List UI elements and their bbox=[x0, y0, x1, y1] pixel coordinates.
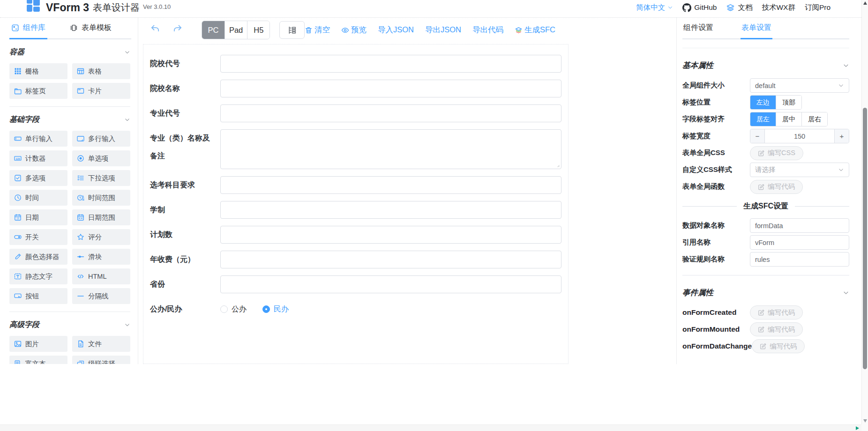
widget-item-下拉选项[interactable]: 下拉选项 bbox=[72, 170, 130, 186]
text-input[interactable] bbox=[220, 104, 561, 122]
device-toggle-H5[interactable]: H5 bbox=[247, 21, 269, 39]
write-code-button[interactable]: 编写代码 bbox=[752, 339, 805, 353]
label-align-option-居左[interactable]: 居左 bbox=[750, 112, 776, 126]
outline-button[interactable] bbox=[279, 21, 305, 39]
settings-tab-组件设置[interactable]: 组件设置 bbox=[682, 18, 714, 39]
radio-option-公办[interactable]: 公办 bbox=[220, 305, 247, 314]
cascader-icon bbox=[77, 360, 84, 364]
redo-button[interactable] bbox=[172, 23, 183, 37]
sidebar-tab-组件库[interactable]: 组件库 bbox=[9, 18, 47, 39]
scroll-up-arrow-icon[interactable] bbox=[863, 1, 867, 5]
text-input[interactable] bbox=[220, 201, 561, 219]
label-align-option-居右[interactable]: 居右 bbox=[801, 112, 827, 126]
select-placeholder: 请选择 bbox=[755, 165, 838, 174]
language-selector[interactable]: 简体中文 bbox=[636, 3, 673, 13]
sfc-text-input[interactable]: rules bbox=[750, 252, 849, 267]
horizontal-scrollbar[interactable] bbox=[0, 424, 861, 431]
device-toggle-Pad[interactable]: Pad bbox=[224, 21, 247, 39]
sfc-text-input[interactable]: formData bbox=[750, 218, 849, 233]
field-control bbox=[220, 201, 561, 219]
write-code-button[interactable]: 编写代码 bbox=[750, 305, 803, 320]
toolbar-action-预览[interactable]: 预览 bbox=[341, 25, 367, 35]
widget-item-多行输入[interactable]: 多行输入 bbox=[72, 131, 130, 147]
scroll-right-arrow-icon[interactable] bbox=[856, 426, 859, 430]
widget-item-级联选择[interactable]: 级联选择 bbox=[72, 356, 130, 364]
toolbar-action-导入JSON[interactable]: 导入JSON bbox=[378, 25, 414, 35]
widget-item-日期范围[interactable]: 日期范围 bbox=[72, 209, 130, 225]
time-range-icon bbox=[77, 194, 84, 201]
label-align-option-居中[interactable]: 居中 bbox=[776, 112, 801, 126]
form-canvas[interactable]: 院校代号院校名称专业代号专业（类）名称及备注选考科目要求学制计划数年收费（元）省… bbox=[143, 44, 569, 364]
header-link-订阅Pro[interactable]: 订阅Pro bbox=[805, 3, 831, 13]
section-header[interactable]: 高级字段 bbox=[9, 320, 130, 330]
text-input[interactable] bbox=[220, 275, 561, 293]
toolbar-action-导出代码[interactable]: 导出代码 bbox=[472, 25, 503, 35]
label-position-option-左边[interactable]: 左边 bbox=[750, 96, 776, 109]
textarea-input[interactable] bbox=[220, 129, 561, 169]
widget-item-卡片[interactable]: 卡片 bbox=[72, 83, 130, 99]
device-toggle-PC[interactable]: PC bbox=[202, 21, 224, 39]
docs-icon bbox=[726, 3, 735, 12]
widget-item-开关[interactable]: 开关 bbox=[9, 229, 67, 245]
radio-label: 民办 bbox=[274, 305, 289, 314]
label-position-group: 左边顶部 bbox=[750, 95, 802, 110]
widget-item-日期[interactable]: 19日期 bbox=[9, 209, 67, 225]
text-input[interactable] bbox=[220, 55, 561, 73]
toolbar-action-清空[interactable]: 清空 bbox=[305, 25, 330, 35]
text-input[interactable] bbox=[220, 80, 561, 97]
widget-item-富文本[interactable]: 富文本 bbox=[9, 356, 67, 364]
custom-class-select[interactable]: 请选择 bbox=[750, 163, 849, 177]
scroll-down-arrow-icon[interactable] bbox=[863, 419, 867, 423]
text-input[interactable] bbox=[220, 251, 561, 268]
setting-label: 标签位置 bbox=[682, 98, 750, 107]
widget-item-表格[interactable]: 表格 bbox=[72, 63, 130, 79]
basic-props-header[interactable]: 基本属性 bbox=[682, 60, 849, 71]
widget-item-文件[interactable]: 文件 bbox=[72, 336, 130, 352]
vertical-scrollbar-thumb[interactable] bbox=[863, 108, 867, 369]
sfc-text-input[interactable]: vForm bbox=[750, 235, 849, 250]
stepper-increase-button[interactable]: + bbox=[834, 129, 849, 143]
section-header[interactable]: 容器 bbox=[9, 47, 130, 57]
widget-item-颜色选择器[interactable]: 颜色选择器 bbox=[9, 249, 67, 265]
setting-row-global-size: 全局组件大小 default bbox=[682, 78, 849, 93]
widget-item-按钮[interactable]: 按钮 bbox=[9, 288, 67, 304]
label-position-option-顶部[interactable]: 顶部 bbox=[776, 96, 801, 109]
widget-item-滑块[interactable]: 滑块 bbox=[72, 249, 130, 265]
widget-section: 容器栅格表格标签页卡片 bbox=[9, 47, 130, 99]
text-input[interactable] bbox=[220, 226, 561, 244]
widget-item-标签页[interactable]: 标签页 bbox=[9, 83, 67, 99]
stepper-decrease-button[interactable]: − bbox=[750, 129, 765, 143]
widget-item-栅格[interactable]: 栅格 bbox=[9, 63, 67, 79]
widget-item-静态文字[interactable]: 静态文字 bbox=[9, 268, 67, 284]
write-code-button[interactable]: 编写代码 bbox=[750, 322, 803, 336]
widget-item-计数器[interactable]: 123计数器 bbox=[9, 150, 67, 166]
widget-item-多选项[interactable]: 多选项 bbox=[9, 170, 67, 186]
widget-item-单选项[interactable]: 单选项 bbox=[72, 150, 130, 166]
event-row-onFormCreated: onFormCreated编写代码 bbox=[682, 305, 849, 320]
radio-option-民办[interactable]: 民办 bbox=[262, 305, 289, 314]
event-props-header[interactable]: 事件属性 bbox=[682, 288, 849, 298]
widget-item-时间范围[interactable]: 时间范围 bbox=[72, 190, 130, 206]
header-link-技术WX群[interactable]: 技术WX群 bbox=[762, 3, 795, 13]
label-width-value[interactable]: 150 bbox=[765, 129, 834, 143]
widget-item-单行输入[interactable]: 单行输入 bbox=[9, 131, 67, 147]
widget-item-评分[interactable]: 评分 bbox=[72, 229, 130, 245]
resize-handle-icon[interactable] bbox=[555, 163, 560, 168]
section-header[interactable]: 基础字段 bbox=[9, 115, 130, 125]
widget-item-分隔线[interactable]: 分隔线 bbox=[72, 288, 130, 304]
sidebar-tab-表单模板[interactable]: 表单模板 bbox=[68, 18, 113, 39]
widget-item-图片[interactable]: 图片 bbox=[9, 336, 67, 352]
undo-button[interactable] bbox=[150, 23, 160, 37]
settings-tab-表单设置[interactable]: 表单设置 bbox=[741, 18, 772, 39]
write-code-button[interactable]: 编写代码 bbox=[750, 180, 803, 194]
toolbar-action-导出JSON[interactable]: 导出JSON bbox=[425, 25, 461, 35]
widget-item-HTML[interactable]: HTML bbox=[72, 268, 130, 284]
toolbar-action-生成SFC[interactable]: 生成SFC bbox=[515, 25, 555, 35]
text-input[interactable] bbox=[220, 176, 561, 194]
widget-item-时间[interactable]: 时间 bbox=[9, 190, 67, 206]
header-link-GitHub[interactable]: GitHub bbox=[682, 3, 717, 12]
global-size-select[interactable]: default bbox=[750, 78, 849, 93]
header-link-文档[interactable]: 文档 bbox=[726, 3, 752, 13]
vertical-scrollbar[interactable] bbox=[861, 0, 868, 424]
write-css-button[interactable]: 编写CSS bbox=[750, 146, 803, 160]
